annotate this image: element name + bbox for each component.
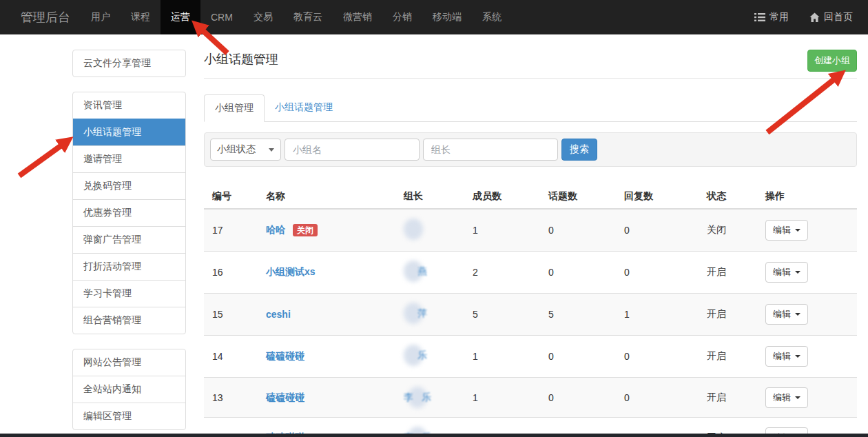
leader-link[interactable]: 燕 <box>404 261 427 282</box>
leader-link[interactable]: 李 乐 <box>404 387 431 408</box>
closed-badge: 关闭 <box>293 224 318 236</box>
group-name-link[interactable]: ceshi <box>266 309 291 320</box>
cell-status: 开启 <box>701 336 760 378</box>
sidebar-item-2-0[interactable]: 网站公告管理 <box>73 349 185 376</box>
sidebar-panel-1: 资讯管理小组话题管理邀请管理兑换码管理优惠券管理弹窗广告管理打折活动管理学习卡管… <box>72 92 186 334</box>
cell-name: 哈哈 关闭 <box>260 209 398 252</box>
group-name-input[interactable] <box>285 139 420 161</box>
edit-label: 编辑 <box>773 392 791 404</box>
edit-dropdown-button[interactable]: 编辑 <box>765 346 808 367</box>
cell-replies: 1 <box>619 294 701 336</box>
navbar-item-2[interactable]: 运营 <box>161 0 200 34</box>
group-name-link[interactable]: 小组测试xs <box>266 266 316 277</box>
cell-id: 16 <box>204 252 260 294</box>
sidebar-item-2-2[interactable]: 编辑区管理 <box>73 403 185 429</box>
chevron-down-icon <box>269 148 274 152</box>
navbar-item-6[interactable]: 微营销 <box>333 0 382 34</box>
groups-table: 编号名称组长成员数话题数回复数状态操作 17 哈哈 关闭 1 0 0 关闭 编辑… <box>204 185 857 437</box>
cell-id: 14 <box>204 336 260 378</box>
bottom-edge-bar <box>0 434 868 437</box>
cell-leader: 萍 <box>398 294 467 336</box>
edit-label: 编辑 <box>773 308 791 321</box>
back-home-label: 回首页 <box>824 11 853 23</box>
home-icon <box>809 12 820 23</box>
navbar-item-3[interactable]: CRM <box>200 0 243 34</box>
cell-actions: 编辑 <box>760 336 857 378</box>
edit-dropdown-button[interactable]: 编辑 <box>765 220 808 241</box>
caret-down-icon <box>795 355 800 358</box>
top-navbar: 管理后台 用户课程运营CRM交易教育云微营销分销移动端系统 常用 回首页 <box>0 0 868 34</box>
navbar-item-7[interactable]: 分销 <box>382 0 422 34</box>
group-name-link[interactable]: 哈哈 <box>266 224 285 235</box>
sidebar-item-1-1[interactable]: 小组话题管理 <box>72 119 186 145</box>
table-header-row: 编号名称组长成员数话题数回复数状态操作 <box>204 185 857 209</box>
page-header: 小组话题管理 创建小组 <box>204 50 857 72</box>
sidebar-item-1-8[interactable]: 组合营销管理 <box>73 307 185 334</box>
sidebar-item-1-4[interactable]: 优惠券管理 <box>73 199 185 226</box>
search-button[interactable]: 搜索 <box>561 139 597 161</box>
cell-leader <box>398 209 467 252</box>
brand-title[interactable]: 管理后台 <box>0 0 81 34</box>
cell-actions: 编辑 <box>760 294 857 336</box>
column-header: 操作 <box>760 185 857 209</box>
edit-dropdown-button[interactable]: 编辑 <box>765 387 808 408</box>
group-name-link[interactable]: 磕磕碰碰 <box>266 350 304 361</box>
tab-group-management[interactable]: 小组管理 <box>204 94 265 122</box>
navbar-item-4[interactable]: 交易 <box>243 0 283 34</box>
back-home-button[interactable]: 回首页 <box>799 0 868 34</box>
header-divider <box>204 78 857 79</box>
cell-actions: 编辑 <box>760 209 857 252</box>
sidebar-panel-0: 云文件分享管理 <box>72 50 186 77</box>
list-icon <box>754 12 765 22</box>
cell-id: 13 <box>204 378 260 418</box>
leader-link[interactable] <box>404 218 423 240</box>
leader-link[interactable]: 萍 <box>404 303 427 324</box>
cell-members: 1 <box>467 209 543 252</box>
sidebar-item-1-2[interactable]: 邀请管理 <box>73 145 185 172</box>
cell-topics: 0 <box>543 209 619 252</box>
group-status-select[interactable]: 小组状态 <box>210 139 281 161</box>
tab-bar: 小组管理 小组话题管理 <box>204 94 857 122</box>
cell-members: 5 <box>467 294 543 336</box>
sidebar-item-1-7[interactable]: 学习卡管理 <box>73 280 185 307</box>
table-row: 17 哈哈 关闭 1 0 0 关闭 编辑 <box>204 209 857 252</box>
cell-members: 2 <box>467 252 543 294</box>
sidebar-item-1-0[interactable]: 资讯管理 <box>73 92 185 119</box>
cell-members: 1 <box>467 336 543 378</box>
edit-dropdown-button[interactable]: 编辑 <box>765 262 808 283</box>
page-title: 小组话题管理 <box>204 50 278 68</box>
cell-members: 1 <box>467 378 543 418</box>
page-content: 云文件分享管理资讯管理小组话题管理邀请管理兑换码管理优惠券管理弹窗广告管理打折活… <box>0 34 868 437</box>
cell-id: 15 <box>204 294 260 336</box>
navbar-item-9[interactable]: 系统 <box>472 0 512 34</box>
cell-name: ceshi <box>260 294 398 336</box>
cell-topics: 0 <box>543 252 619 294</box>
cell-replies: 0 <box>619 378 701 418</box>
leader-input[interactable] <box>423 139 558 161</box>
edit-dropdown-button[interactable]: 编辑 <box>765 304 808 325</box>
navbar-right: 常用 回首页 <box>744 0 868 34</box>
navbar-item-8[interactable]: 移动端 <box>422 0 472 34</box>
group-name-link[interactable]: 磕磕碰碰 <box>266 392 304 403</box>
create-group-button[interactable]: 创建小组 <box>807 50 857 72</box>
sidebar-item-2-1[interactable]: 全站站内通知 <box>73 376 185 403</box>
column-header: 组长 <box>398 185 467 209</box>
sidebar-item-1-3[interactable]: 兑换码管理 <box>73 172 185 199</box>
column-header: 成员数 <box>467 185 543 209</box>
cell-status: 关闭 <box>701 209 760 252</box>
navbar-menu: 用户课程运营CRM交易教育云微营销分销移动端系统 <box>81 0 512 34</box>
navbar-item-1[interactable]: 课程 <box>121 0 161 34</box>
caret-down-icon <box>795 229 800 232</box>
leader-link[interactable]: 乐 <box>404 345 427 366</box>
navbar-item-5[interactable]: 教育云 <box>283 0 333 34</box>
column-header: 话题数 <box>543 185 619 209</box>
cell-status: 开启 <box>701 294 760 336</box>
sidebar-item-1-5[interactable]: 弹窗广告管理 <box>73 226 185 253</box>
table-row: 16 小组测试xs 燕 2 0 0 开启 编辑 <box>204 252 857 294</box>
tab-group-topic-management[interactable]: 小组话题管理 <box>265 94 343 122</box>
column-header: 名称 <box>260 185 398 209</box>
frequently-used-button[interactable]: 常用 <box>744 0 799 34</box>
sidebar-item-1-6[interactable]: 打折活动管理 <box>73 253 185 280</box>
sidebar-item-0-0[interactable]: 云文件分享管理 <box>73 50 185 77</box>
navbar-item-0[interactable]: 用户 <box>81 0 121 34</box>
